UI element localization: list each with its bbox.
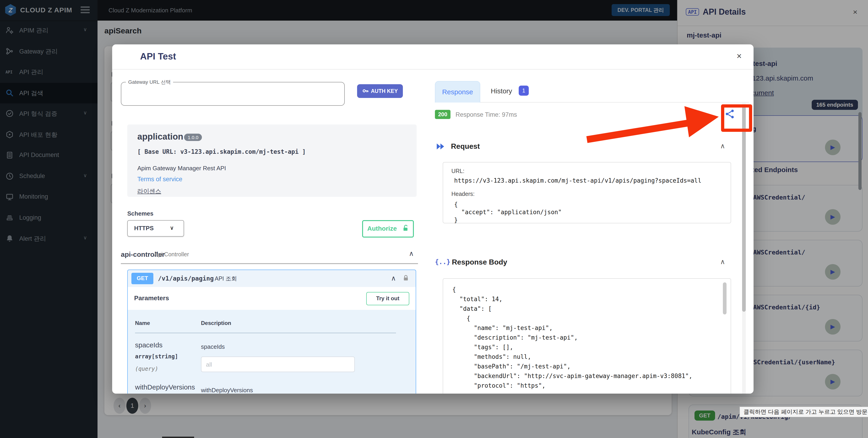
table-header-divider <box>135 333 396 333</box>
request-header-line: } <box>454 217 458 223</box>
request-header-line: { <box>454 201 458 208</box>
request-header-line: "accept": "application/json" <box>454 209 562 216</box>
param-value-input[interactable] <box>201 356 355 372</box>
terms-of-service-link[interactable]: Terms of service <box>137 176 182 183</box>
unlock-icon <box>402 224 409 232</box>
browser-status-tooltip: 클릭하면 다음 페이지로 가고 누르고 있으면 방문 기록이 나타납니다 <box>739 406 868 417</box>
request-url: https://v3-123.api.skapim.com/mj-test-ap… <box>454 177 701 184</box>
parameters-title: Parameters <box>134 294 169 302</box>
lock-icon[interactable] <box>402 274 409 282</box>
request-section-title: Request <box>451 142 480 151</box>
parameters-table: Name Description spaceIds array[string] … <box>128 310 416 394</box>
response-body-section-title: Response Body <box>452 258 507 267</box>
param-type: array[string] <box>135 353 178 360</box>
tab-response[interactable]: Response <box>435 81 480 102</box>
auth-key-button[interactable]: AUTH KEY <box>357 84 403 98</box>
tab-history[interactable]: History <box>491 87 512 95</box>
json-line: "description": "mj-test-api", <box>452 334 578 341</box>
status-code-badge: 200 <box>435 110 451 119</box>
authorize-label: Authorize <box>367 225 397 232</box>
json-line: "tags": [], <box>452 344 513 351</box>
parameters-section: Parameters Try it out Name Description s… <box>127 287 416 394</box>
key-icon <box>362 87 369 94</box>
auth-key-label: AUTH KEY <box>371 88 398 94</box>
api-test-modal: API Test × v3-123.api.skapim.com ▼ Gatew… <box>112 44 753 394</box>
controller-description: Api Controller <box>154 251 189 258</box>
divider <box>121 263 418 264</box>
column-header-description: Description <box>201 320 231 326</box>
license-link[interactable]: 라이센스 <box>137 187 161 195</box>
url-label: URL: <box>452 168 464 175</box>
response-box-scrollbar[interactable] <box>723 282 726 314</box>
spec-description: Apim Gateway Manager Rest API <box>137 165 226 171</box>
json-line: "total": 14, <box>452 296 502 303</box>
json-line: "protocol": "https", <box>452 382 546 389</box>
modal-header: API Test × <box>112 44 753 69</box>
json-line: "name": "mj-test-api", <box>452 324 553 331</box>
param-name: withDeployVersions <box>135 383 195 391</box>
json-line: { <box>452 286 456 293</box>
collapse-caret-icon[interactable]: ∧ <box>409 249 414 258</box>
json-line: "basePath": "/mj-test-api", <box>452 363 571 370</box>
authorize-button[interactable]: Authorize <box>362 220 414 238</box>
param-location: (query) <box>135 366 158 372</box>
spec-version-badge: 1.0.0 <box>184 134 202 141</box>
request-detail-box: URL: https://v3-123.api.skapim.com/mj-te… <box>443 162 731 223</box>
modal-close-icon[interactable]: × <box>737 51 742 61</box>
operation-summary: API 조회 <box>215 275 237 283</box>
modal-title: API Test <box>140 51 176 62</box>
collapse-caret-icon[interactable]: ∧ <box>720 258 725 266</box>
spec-base-url: [ Base URL: v3-123.api.skapim.com/mj-tes… <box>137 148 306 155</box>
spec-title: application <box>137 132 183 142</box>
operation-path: /v1/apis/paging <box>158 275 214 282</box>
json-line: "methods": null, <box>452 353 531 360</box>
braces-icon: {..} <box>435 258 450 265</box>
param-description: spaceIds <box>201 343 225 350</box>
get-operation-row[interactable]: GET /v1/apis/paging API 조회 ∧ <box>127 270 416 288</box>
param-description: withDeployVersions <box>201 387 253 394</box>
annotation-highlight-box <box>721 104 752 132</box>
get-method-badge: GET <box>131 273 153 284</box>
response-time-text: Response Time: 97ms <box>456 111 517 118</box>
parameters-header: Parameters Try it out <box>128 287 416 310</box>
tabbar-divider <box>435 102 749 102</box>
column-header-name: Name <box>135 320 150 326</box>
schemes-value: HTTPS <box>134 225 154 231</box>
request-arrows-icon <box>435 142 445 152</box>
history-count-badge: 1 <box>519 86 529 96</box>
json-line: "data": [ <box>452 305 492 312</box>
screen: Z CLOUD Z APIM APIM 관리 ∨ Gateway 관리 API … <box>0 0 868 438</box>
collapse-caret-icon[interactable]: ∧ <box>720 142 725 150</box>
collapse-caret-icon[interactable]: ∧ <box>391 274 396 282</box>
headers-label: Headers: <box>452 191 474 197</box>
response-body-box: { "total": 14, "data": [ { "name": "mj-t… <box>443 278 731 394</box>
param-name: spaceIds <box>135 341 162 349</box>
modal-scrollbar-thumb[interactable] <box>742 106 746 312</box>
json-line: { <box>452 315 470 322</box>
schemes-select[interactable]: HTTPS ∨ <box>127 220 184 237</box>
select-caret-icon: ∨ <box>170 225 174 231</box>
gateway-url-label: Gateway URL 선택 <box>126 79 173 86</box>
schemes-label: Schemes <box>127 210 153 217</box>
api-spec-info-box: application 1.0.0 [ Base URL: v3-123.api… <box>127 124 416 197</box>
json-line: "backendUrl": "http://svc-apim-gateway-m… <box>452 373 692 379</box>
try-it-out-button[interactable]: Try it out <box>366 292 409 305</box>
